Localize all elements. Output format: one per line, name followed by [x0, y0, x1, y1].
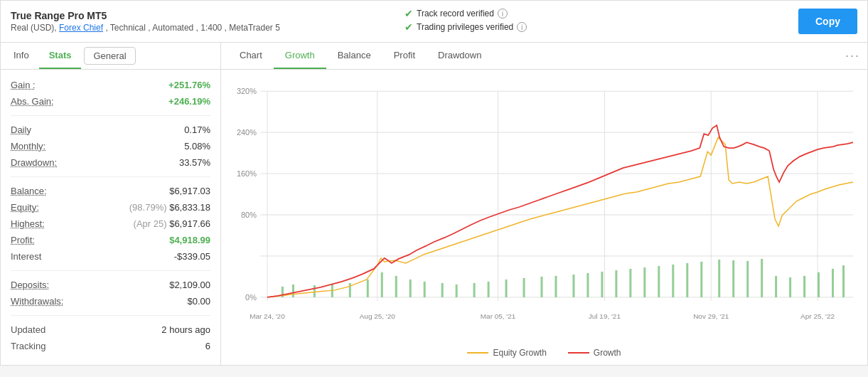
svg-rect-39 [541, 277, 543, 297]
svg-text:0%: 0% [245, 293, 257, 302]
deposits-label: Deposits: [11, 280, 49, 290]
track-record-label: Track record verified [417, 9, 494, 18]
right-panel: Chart Growth Balance Profit Drawdown ··· [221, 43, 867, 365]
interest-value: -$339.05 [174, 251, 210, 262]
broker-link[interactable]: Forex Chief [59, 23, 103, 33]
svg-rect-46 [643, 267, 645, 297]
svg-rect-56 [789, 277, 791, 297]
svg-rect-44 [615, 270, 617, 297]
equity-growth-legend-line [467, 352, 488, 354]
daily-value: 0.17% [184, 124, 210, 135]
svg-text:Aug 25, '20: Aug 25, '20 [360, 312, 396, 320]
chart-tab-growth[interactable]: Growth [274, 43, 326, 69]
profit-label: Profit: [11, 235, 35, 245]
equity-row: Equity: (98.79%) $6,833.18 [11, 199, 210, 216]
equity-growth-line [267, 137, 853, 297]
svg-text:Nov 29, '21: Nov 29, '21 [693, 312, 729, 320]
svg-rect-53 [746, 261, 749, 297]
strategy-subtitle: Real (USD), Forex Chief , Technical , Au… [11, 23, 404, 33]
updated-label: Updated [11, 324, 45, 335]
main-layout: Info Stats General Gain : +251.76% Abs. … [1, 43, 867, 365]
chart-tab-profit[interactable]: Profit [382, 43, 427, 69]
svg-rect-24 [292, 285, 294, 297]
svg-rect-59 [832, 269, 834, 297]
track-record-info-icon[interactable]: i [498, 9, 508, 18]
svg-rect-41 [572, 275, 574, 297]
track-record-verification: ✔ Track record verified i [404, 8, 798, 19]
gain-value: +251.76% [168, 80, 210, 90]
svg-rect-57 [803, 276, 805, 297]
svg-rect-29 [381, 272, 383, 297]
svg-rect-34 [456, 285, 458, 297]
deposits-value: $2,109.00 [169, 280, 210, 290]
trading-privileges-label: Trading privileges verified [417, 22, 513, 32]
updated-value: 2 hours ago [161, 324, 210, 335]
growth-chart: 320% 240% 160% 80% 0% Mar 24, '20 Aug 25… [228, 77, 860, 340]
chart-tab-chart[interactable]: Chart [228, 43, 274, 69]
withdrawals-value: $0.00 [187, 296, 210, 307]
svg-rect-43 [601, 272, 603, 297]
svg-rect-51 [718, 260, 720, 297]
copy-button[interactable]: Copy [798, 9, 857, 34]
equity-growth-legend-label: Equity Growth [493, 348, 546, 358]
svg-rect-54 [761, 259, 763, 297]
svg-text:Mar 05, '21: Mar 05, '21 [481, 312, 516, 320]
drawdown-label: Drawdown: [11, 157, 57, 168]
equity-value: (98.79%) $6,833.18 [129, 202, 210, 213]
header: True Range Pro MT5 Real (USD), Forex Chi… [1, 1, 867, 43]
abs-gain-value: +246.19% [168, 96, 210, 107]
svg-rect-40 [554, 276, 557, 297]
svg-text:Mar 24, '20: Mar 24, '20 [250, 312, 285, 320]
divider-1 [11, 115, 210, 116]
stats-area: Gain : +251.76% Abs. Gain: +246.19% Dail… [1, 70, 220, 361]
svg-text:320%: 320% [237, 87, 257, 95]
divider-2 [11, 176, 210, 177]
svg-text:Apr 25, '22: Apr 25, '22 [800, 312, 835, 320]
svg-rect-37 [505, 280, 508, 297]
trading-privileges-info-icon[interactable]: i [517, 22, 527, 32]
svg-rect-36 [488, 282, 490, 297]
abs-gain-row: Abs. Gain: +246.19% [11, 93, 210, 110]
header-title-block: True Range Pro MT5 Real (USD), Forex Chi… [11, 10, 404, 33]
svg-rect-47 [658, 266, 660, 297]
highest-value: (Apr 25) $6,917.66 [134, 218, 210, 229]
chart-area: 320% 240% 160% 80% 0% Mar 24, '20 Aug 25… [221, 70, 867, 365]
svg-rect-31 [409, 280, 412, 297]
monthly-label: Monthly: [11, 141, 45, 152]
svg-rect-42 [586, 273, 589, 297]
legend-growth: Growth [568, 348, 621, 358]
svg-rect-58 [818, 272, 820, 297]
balance-row: Balance: $6,917.03 [11, 183, 210, 199]
tab-stats[interactable]: Stats [39, 43, 82, 69]
chart-tab-balance[interactable]: Balance [326, 43, 382, 69]
tracking-label: Tracking [11, 341, 45, 351]
monthly-value: 5.08% [184, 141, 210, 152]
svg-rect-45 [629, 269, 631, 297]
highest-label: Highest: [11, 218, 45, 229]
monthly-row: Monthly: 5.08% [11, 138, 210, 154]
chart-tab-bar: Chart Growth Balance Profit Drawdown ··· [221, 43, 867, 70]
svg-rect-35 [473, 283, 476, 297]
daily-label: Daily [11, 124, 31, 135]
interest-row: Interest -$339.05 [11, 248, 210, 265]
left-panel: Info Stats General Gain : +251.76% Abs. … [1, 43, 221, 365]
check-icon-2: ✔ [404, 21, 413, 33]
profit-row: Profit: $4,918.99 [11, 232, 210, 248]
tab-general[interactable]: General [84, 47, 135, 65]
withdrawals-label: Withdrawals: [11, 296, 63, 307]
svg-text:160%: 160% [237, 169, 257, 178]
gain-row: Gain : +251.76% [11, 77, 210, 93]
strategy-name: True Range Pro MT5 [11, 10, 404, 21]
chart-more-button[interactable]: ··· [845, 48, 860, 63]
svg-rect-49 [686, 263, 688, 297]
bar-chart [282, 259, 845, 297]
chart-tab-drawdown[interactable]: Drawdown [427, 43, 493, 69]
balance-value: $6,917.03 [169, 186, 210, 196]
tracking-row: Tracking 6 [11, 338, 210, 354]
svg-rect-50 [700, 262, 702, 297]
abs-gain-label: Abs. Gain: [11, 96, 54, 107]
tab-info[interactable]: Info [4, 43, 39, 69]
svg-rect-33 [441, 283, 444, 297]
svg-text:240%: 240% [237, 128, 257, 137]
growth-legend-line [568, 352, 589, 354]
